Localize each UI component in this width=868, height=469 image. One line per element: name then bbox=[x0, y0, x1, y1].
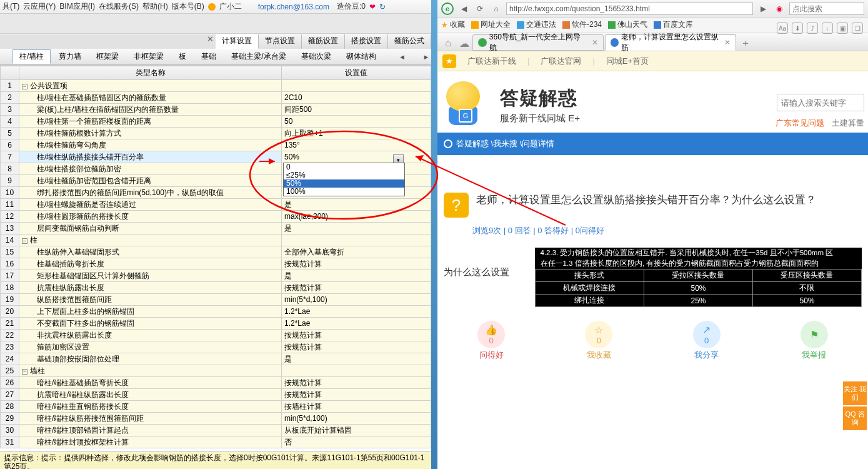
row-type-cell[interactable]: 暗柱/端柱封顶按框架柱计算 bbox=[19, 436, 282, 448]
grid-row[interactable]: 22非抗震柱纵筋露出长度按规范计算 bbox=[1, 330, 431, 341]
toolbar-icon[interactable]: ▣ bbox=[837, 23, 848, 34]
grid-row[interactable]: 17矩形柱基础锚固区只计算外侧箍筋是 bbox=[1, 270, 431, 282]
percent-dropdown[interactable]: 0 ≤25% 50% 100% bbox=[283, 163, 405, 196]
row-type-cell[interactable]: 柱/墙柱纵筋搭接接头错开百分率 bbox=[19, 151, 282, 163]
toolbar-icon[interactable]: ❏ bbox=[852, 23, 863, 34]
row-type-cell[interactable]: 柱基础插筋弯折长度 bbox=[19, 258, 282, 270]
row-value-cell[interactable]: min(5*d,100) bbox=[282, 294, 431, 306]
grid-row[interactable]: 5柱/墙柱箍筋根数计算方式向上取整+1 bbox=[1, 128, 431, 139]
row-type-cell[interactable]: 纵筋搭接范围箍筋间距 bbox=[19, 294, 282, 306]
grid-row[interactable]: 29暗柱/端柱纵筋搭接范围箍筋间距min(5*d,100) bbox=[1, 413, 431, 425]
row-type-cell[interactable]: 柱/墙柱箍筋弯勾角度 bbox=[19, 139, 282, 151]
url-input[interactable] bbox=[506, 3, 753, 15]
grid-row[interactable]: 24基础顶部按嵌固部位处理是 bbox=[1, 353, 431, 365]
tab-overlap-settings[interactable]: 搭接设置 bbox=[345, 34, 388, 49]
row-value-cell[interactable]: 是 bbox=[282, 223, 431, 234]
row-type-cell[interactable]: 抗震柱纵筋露出长度 bbox=[19, 282, 282, 294]
cloud-tab-icon[interactable]: ☁ bbox=[456, 36, 472, 51]
row-value-cell[interactable] bbox=[282, 234, 431, 246]
row-type-cell[interactable]: 柱/墙柱圆形箍筋的搭接长度 bbox=[19, 211, 282, 223]
row-type-cell[interactable]: 暗柱/端柱顶部锚固计算起点 bbox=[19, 425, 282, 436]
row-value-cell[interactable]: 间距500 bbox=[282, 104, 431, 116]
row-type-cell[interactable]: 抗震暗柱/端柱纵筋露出长度 bbox=[19, 389, 282, 401]
grid-row[interactable]: 1−公共设置项 bbox=[1, 80, 431, 92]
reload-icon[interactable]: ⟳ bbox=[474, 3, 486, 15]
row-value-cell[interactable]: 是 bbox=[282, 199, 431, 211]
bookmark-item[interactable]: 百度文库 bbox=[654, 19, 693, 30]
star-icon[interactable]: ★ bbox=[442, 54, 456, 68]
tab-calc-settings[interactable]: 计算设置 bbox=[216, 34, 259, 49]
grid-row[interactable]: 19纵筋搭接范围箍筋间距min(5*d,100) bbox=[1, 294, 431, 306]
close-tab-icon[interactable]: ✕ bbox=[724, 38, 731, 47]
subtab-nonframebeam[interactable]: 非框架梁 bbox=[127, 49, 171, 64]
overflow-left-icon[interactable]: ◄ bbox=[397, 53, 407, 61]
row-value-cell[interactable]: max(lae,300) bbox=[282, 211, 431, 223]
row-type-cell[interactable]: 暗柱/端柱纵筋搭接范围箍筋间距 bbox=[19, 413, 282, 425]
toolbar-icon[interactable]: ↓ bbox=[822, 23, 833, 34]
home-icon[interactable]: ⌂ bbox=[490, 3, 502, 15]
dropdown-option[interactable]: 100% bbox=[284, 188, 404, 196]
row-type-cell[interactable]: 暗柱/端柱基础插筋弯折长度 bbox=[19, 377, 282, 389]
row-value-cell[interactable]: 向上取整+1 bbox=[282, 128, 431, 139]
bookmark-item[interactable]: 网址大全 bbox=[471, 19, 511, 30]
action-问得好[interactable]: 👍0问得好 bbox=[477, 321, 505, 361]
overflow-right-icon[interactable]: ► bbox=[421, 53, 431, 61]
row-value-cell[interactable]: 从板底开始计算锚固 bbox=[282, 425, 431, 436]
grid-row[interactable]: 21不变截面下柱多出的钢筋锚固1.2*Lae bbox=[1, 318, 431, 330]
grid-row[interactable]: 14−柱 bbox=[1, 234, 431, 246]
row-type-cell[interactable]: 柱/墙柱箍筋加密范围包含错开距离 bbox=[19, 175, 282, 187]
grid-row[interactable]: 2柱/墙柱在基础插筋锚固区内的箍筋数量2C10 bbox=[1, 92, 431, 104]
follow-us-button[interactable]: 关注 我们 bbox=[843, 381, 867, 405]
menu-item[interactable]: 云应用(Y) bbox=[23, 1, 56, 12]
row-type-cell[interactable]: 柱/墙柱在基础插筋锚固区内的箍筋数量 bbox=[19, 92, 282, 104]
grid-row[interactable]: 7柱/墙柱纵筋搭接接头错开百分率50% bbox=[1, 151, 431, 163]
row-value-cell[interactable]: 按规范计算 bbox=[282, 330, 431, 341]
grid-row[interactable]: 20上下层面上柱多出的钢筋锚固1.2*Lae bbox=[1, 306, 431, 318]
grid-row[interactable]: 6柱/墙柱箍筋弯勾角度135° bbox=[1, 139, 431, 151]
grid-row[interactable]: 13层间变截面钢筋自动判断是 bbox=[1, 223, 431, 234]
menu-item[interactable]: 具(T) bbox=[2, 1, 19, 12]
nav-link[interactable]: 广联达官网 bbox=[541, 56, 581, 67]
row-value-cell[interactable]: 是 bbox=[282, 353, 431, 365]
browser-tab[interactable]: 360导航_新一代安全上网导航 ✕ bbox=[472, 34, 604, 51]
action-我举报[interactable]: ⚑我举报 bbox=[801, 321, 828, 361]
collapse-icon[interactable]: − bbox=[22, 238, 27, 244]
home-tab-icon[interactable]: ⌂ bbox=[440, 36, 456, 51]
grid-row[interactable]: 26暗柱/端柱基础插筋弯折长度按规范计算 bbox=[1, 377, 431, 389]
row-value-cell[interactable]: 按规范计算 bbox=[282, 258, 431, 270]
dropdown-option[interactable]: ≤25% bbox=[284, 171, 404, 179]
close-tab-icon[interactable]: ✕ bbox=[592, 38, 598, 47]
row-type-cell[interactable]: 矩形柱基础锚固区只计算外侧箍筋 bbox=[19, 270, 282, 282]
tab-node-settings[interactable]: 节点设置 bbox=[259, 34, 302, 49]
go-icon[interactable]: ▶ bbox=[757, 3, 769, 15]
grid-row[interactable]: 27抗震暗柱/端柱纵筋露出长度按规范计算 bbox=[1, 389, 431, 401]
grid-row[interactable]: 18抗震柱纵筋露出长度按规范计算 bbox=[1, 282, 431, 294]
row-value-cell[interactable]: 按规范计算 bbox=[282, 282, 431, 294]
row-type-cell[interactable]: 梁(板)上柱/墙柱在插筋锚固区内的箍筋数量 bbox=[19, 104, 282, 116]
row-type-cell[interactable]: 柱/墙柱箍筋根数计算方式 bbox=[19, 128, 282, 139]
row-type-cell[interactable]: 基础顶部按嵌固部位处理 bbox=[19, 353, 282, 365]
row-type-cell[interactable]: 暗柱/端柱垂直钢筋搭接长度 bbox=[19, 401, 282, 413]
row-type-cell[interactable]: −墙柱 bbox=[19, 365, 282, 377]
row-value-cell[interactable]: 2C10 bbox=[282, 92, 431, 104]
row-type-cell[interactable]: 层间变截面钢筋自动判断 bbox=[19, 223, 282, 234]
grid-row[interactable]: 4柱/墙柱第一个箍筋距楼板面的距离50 bbox=[1, 116, 431, 128]
row-type-cell[interactable]: 非抗震柱纵筋露出长度 bbox=[19, 330, 282, 341]
row-value-cell[interactable]: 按规范计算 bbox=[282, 341, 431, 353]
row-value-cell[interactable]: 全部伸入基底弯折 bbox=[282, 246, 431, 258]
row-value-cell[interactable]: 否 bbox=[282, 436, 431, 448]
subtab-masonry[interactable]: 砌体结构 bbox=[339, 49, 383, 64]
row-type-cell[interactable]: 柱纵筋伸入基础锚固形式 bbox=[19, 246, 282, 258]
browser-search-input[interactable] bbox=[789, 3, 864, 15]
row-value-cell[interactable]: 1.2*Lae bbox=[282, 318, 431, 330]
row-type-cell[interactable]: 箍筋加密区设置 bbox=[19, 341, 282, 353]
tab-stirrup-settings[interactable]: 箍筋设置 bbox=[302, 34, 345, 49]
action-我分享[interactable]: ↗0我分享 bbox=[693, 321, 721, 361]
bookmark-item[interactable]: ★收藏 bbox=[441, 19, 465, 30]
toolbar-icon[interactable]: Aa bbox=[777, 23, 788, 34]
row-type-cell[interactable]: 上下层面上柱多出的钢筋锚固 bbox=[19, 306, 282, 318]
subtab-foundation[interactable]: 基础 bbox=[194, 49, 223, 64]
grid-row[interactable]: 28暗柱/端柱垂直钢筋搭接长度按墙柱计算 bbox=[1, 401, 431, 413]
grid-row[interactable]: 25−墙柱 bbox=[1, 365, 431, 377]
grid-row[interactable]: 31暗柱/端柱封顶按框架柱计算否 bbox=[1, 436, 431, 448]
